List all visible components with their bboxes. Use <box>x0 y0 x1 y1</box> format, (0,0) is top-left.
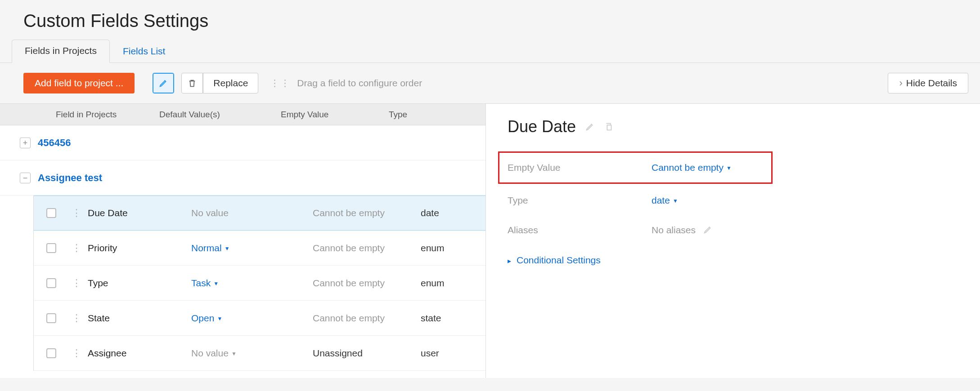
drag-handle-icon[interactable]: ⋮ <box>65 312 88 324</box>
dropdown-caret-icon: ▼ <box>217 315 222 322</box>
col-header-name: Field in Projects <box>56 110 159 120</box>
dropdown-caret-icon: ▼ <box>673 198 678 204</box>
delete-replace-group: Replace <box>181 73 258 93</box>
replace-button[interactable]: Replace <box>203 73 258 93</box>
detail-row-empty-value: Empty Value Cannot be empty▼ <box>508 153 763 182</box>
button-label: Add field to project ... <box>35 78 123 89</box>
field-type: date <box>421 208 475 218</box>
dropdown-caret-icon: ▼ <box>231 351 237 357</box>
tab-label: Fields List <box>123 46 166 56</box>
project-group-name[interactable]: Assignee test <box>38 172 102 184</box>
tab-label: Fields in Projects <box>25 45 97 56</box>
field-empty: Cannot be empty <box>313 243 421 253</box>
fields-table: Field in Projects Default Value(s) Empty… <box>0 104 486 378</box>
triangle-right-icon <box>508 255 511 266</box>
field-default[interactable]: No value▼ <box>191 348 313 359</box>
field-name: Type <box>88 278 191 289</box>
field-empty: Unassigned <box>313 348 421 359</box>
drag-handle-icon[interactable]: ⋮ <box>65 277 88 289</box>
pencil-icon <box>158 78 168 88</box>
field-default[interactable]: Open▼ <box>191 313 313 324</box>
conditional-settings-toggle[interactable]: Conditional Settings <box>508 255 958 266</box>
row-checkbox[interactable] <box>46 208 56 218</box>
pencil-icon <box>703 225 713 235</box>
detail-row-type: Type date▼ <box>508 186 958 215</box>
field-default[interactable]: Normal▼ <box>191 243 313 253</box>
field-empty: Cannot be empty <box>313 278 421 289</box>
hide-details-button[interactable]: Hide Details <box>888 73 968 93</box>
field-empty: Cannot be empty <box>313 313 421 324</box>
detail-value-dropdown[interactable]: date▼ <box>652 195 678 206</box>
project-group-row[interactable]: + 456456 <box>0 125 486 160</box>
copy-icon <box>604 122 614 132</box>
pencil-icon <box>585 122 595 132</box>
drag-hint: ⋮⋮ Drag a field to configure order <box>270 78 422 89</box>
drag-handle-icon[interactable]: ⋮ <box>65 242 88 254</box>
detail-label: Empty Value <box>508 162 652 173</box>
project-group-row[interactable]: − Assignee test <box>0 160 486 196</box>
field-name: Assignee <box>88 348 191 359</box>
conditional-settings-label: Conditional Settings <box>517 255 601 266</box>
col-header-default: Default Value(s) <box>159 110 281 120</box>
drag-dots-icon: ⋮⋮ <box>270 78 291 89</box>
field-type: enum <box>421 243 475 253</box>
field-empty: Cannot be empty <box>313 208 421 218</box>
field-default: No value <box>191 208 313 218</box>
tabs: Fields in Projects Fields List <box>0 39 980 63</box>
tab-fields-in-projects[interactable]: Fields in Projects <box>12 40 110 63</box>
group-rows: ⋮ Due Date No value Cannot be empty date… <box>33 196 486 371</box>
clone-button[interactable] <box>604 122 614 132</box>
detail-title-text: Due Date <box>508 117 576 136</box>
content: Field in Projects Default Value(s) Empty… <box>0 104 980 378</box>
page-title: Custom Fields Settings <box>23 11 980 31</box>
drag-handle-icon[interactable]: ⋮ <box>65 347 88 359</box>
field-type: enum <box>421 278 475 289</box>
dropdown-caret-icon: ▼ <box>726 165 732 171</box>
field-name: State <box>88 313 191 324</box>
delete-button[interactable] <box>181 73 203 93</box>
collapse-icon[interactable]: − <box>20 173 31 183</box>
detail-row-aliases: Aliases No aliases <box>508 215 958 245</box>
button-label: Hide Details <box>906 78 957 89</box>
row-checkbox[interactable] <box>46 313 56 323</box>
expand-icon[interactable]: + <box>20 138 31 148</box>
field-row[interactable]: ⋮ Due Date No value Cannot be empty date <box>34 196 486 231</box>
project-group-name[interactable]: 456456 <box>38 137 71 149</box>
field-type: user <box>421 348 475 359</box>
detail-value-dropdown[interactable]: Cannot be empty▼ <box>652 162 732 173</box>
tab-fields-list[interactable]: Fields List <box>110 40 179 63</box>
col-header-type: Type <box>389 110 443 120</box>
empty-value-highlight: Empty Value Cannot be empty▼ <box>498 151 773 184</box>
field-type: state <box>421 313 475 324</box>
detail-label: Aliases <box>508 225 652 235</box>
edit-mode-button[interactable] <box>153 73 174 93</box>
edit-title-button[interactable] <box>585 122 595 132</box>
field-row[interactable]: ⋮ Type Task▼ Cannot be empty enum <box>34 266 486 301</box>
detail-label: Type <box>508 195 652 206</box>
field-row[interactable]: ⋮ State Open▼ Cannot be empty state <box>34 301 486 336</box>
chevron-right-icon <box>899 77 902 89</box>
field-row[interactable]: ⋮ Assignee No value▼ Unassigned user <box>34 336 486 371</box>
col-header-empty: Empty Value <box>281 110 389 120</box>
add-field-to-project-button[interactable]: Add field to project ... <box>23 73 135 93</box>
field-default[interactable]: Task▼ <box>191 278 313 289</box>
row-checkbox[interactable] <box>46 348 56 358</box>
page-header: Custom Fields Settings <box>0 0 980 39</box>
detail-title: Due Date <box>508 117 958 136</box>
toolbar: Add field to project ... Replace ⋮⋮ Drag… <box>0 63 980 104</box>
field-name: Due Date <box>88 208 191 218</box>
field-row[interactable]: ⋮ Priority Normal▼ Cannot be empty enum <box>34 231 486 266</box>
dropdown-caret-icon: ▼ <box>213 280 219 287</box>
drag-handle-icon[interactable]: ⋮ <box>65 207 88 219</box>
trash-icon <box>187 78 197 88</box>
row-checkbox[interactable] <box>46 243 56 253</box>
dropdown-caret-icon: ▼ <box>225 245 230 252</box>
button-label: Replace <box>213 78 248 89</box>
detail-value: No aliases <box>652 225 713 235</box>
drag-hint-text: Drag a field to configure order <box>297 78 422 89</box>
edit-aliases-button[interactable] <box>703 225 713 235</box>
table-header: Field in Projects Default Value(s) Empty… <box>0 104 486 125</box>
row-checkbox[interactable] <box>46 278 56 288</box>
field-name: Priority <box>88 243 191 253</box>
detail-panel: Due Date Empty Value Cannot be empty▼ Ty… <box>486 104 980 378</box>
